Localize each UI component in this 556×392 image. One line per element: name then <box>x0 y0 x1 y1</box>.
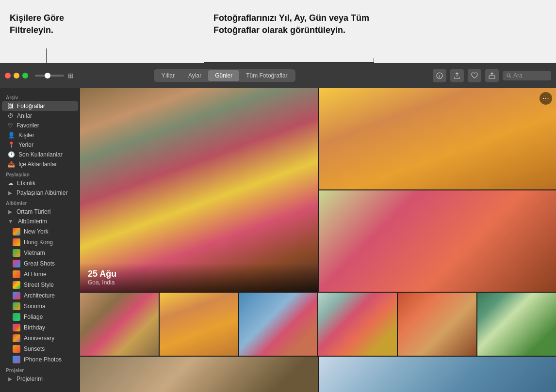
bottom-photo-1[interactable] <box>80 357 318 392</box>
album-thumb-vietnam <box>13 249 20 257</box>
sidebar-item-album-street-style[interactable]: Street Style <box>2 280 78 290</box>
zoom-slider-area: ⊞ <box>35 72 74 79</box>
sidebar-item-album-sonoma[interactable]: Sonoma <box>2 301 78 312</box>
sidebar-item-my-projects[interactable]: ▶ Projelerim <box>2 374 78 384</box>
tab-all-photos[interactable]: Tüm Fotoğraflar <box>239 70 294 81</box>
grid-photo-4[interactable] <box>318 293 397 356</box>
sidebar-item-album-vietnam[interactable]: Vietnam <box>2 248 78 258</box>
side-photo-canvas-1 <box>319 88 556 189</box>
sidebar-item-places[interactable]: 📍 Yerler <box>2 140 78 150</box>
grid-photo-2[interactable] <box>160 293 238 356</box>
annotation-line-left <box>46 48 47 63</box>
sidebar-item-my-albums[interactable]: ▼ Albümlerim <box>2 217 78 226</box>
sidebar-item-album-hong-kong[interactable]: Hong Kong <box>2 237 78 248</box>
main-photo-area: 25 Ağu Goa, India ··· <box>80 88 556 392</box>
album-thumb-anniversary <box>13 334 20 342</box>
bottom-photo-2[interactable] <box>319 357 556 392</box>
bottom-row <box>80 357 556 392</box>
albums-section-title: Albümler <box>0 198 80 207</box>
shared-albums-chevron: ▶ <box>8 189 12 196</box>
bracket-left-tick <box>204 58 204 63</box>
side-photos: ··· <box>319 88 556 292</box>
search-box[interactable] <box>503 71 551 80</box>
sidebar-item-album-at-home[interactable]: At Home <box>2 269 78 280</box>
share-button[interactable] <box>450 69 464 82</box>
media-types-chevron: ▶ <box>8 208 12 215</box>
people-icon: 👤 <box>8 132 15 139</box>
album-thumb-iphone-photos <box>13 356 20 363</box>
sidebar-item-album-foliage[interactable]: Foliage <box>2 312 78 322</box>
annotation-left: Kişilere GöreFiltreleyin. <box>10 7 116 36</box>
search-input[interactable] <box>513 72 547 79</box>
sidebar-item-album-birthday[interactable]: Birthday <box>2 322 78 333</box>
album-thumb-foliage <box>13 313 20 321</box>
traffic-light-minimize[interactable] <box>14 73 19 78</box>
content-area: Arşiv 🖼 Fotoğraflar ⏱ Anılar ♡ Favoriler… <box>0 88 556 392</box>
svg-rect-2 <box>489 76 495 78</box>
info-icon: i <box>436 72 443 79</box>
sidebar-item-album-sunsets[interactable]: Sunsets <box>2 344 78 354</box>
zoom-slider-track[interactable] <box>35 75 64 77</box>
annotation-right: Fotoğraflarınızı Yıl, Ay, Gün veya TümFo… <box>116 7 546 36</box>
sidebar-item-photos[interactable]: 🖼 Fotoğraflar <box>2 101 78 111</box>
featured-location: Goa, India <box>88 279 310 286</box>
toolbar-left: ⊞ <box>5 72 85 79</box>
album-thumb-birthday <box>13 324 20 331</box>
favorite-button[interactable] <box>468 69 481 82</box>
more-button[interactable]: ··· <box>540 92 552 105</box>
annotation-right-text: Fotoğraflarınızı Yıl, Ay, Gün veya TümFo… <box>213 12 546 36</box>
side-photo-1[interactable]: ··· <box>319 88 556 189</box>
sidebar-item-activity[interactable]: ☁ Etkinlik <box>2 178 78 188</box>
grid-photo-3[interactable] <box>239 293 318 356</box>
bracket-right-tick <box>374 58 374 63</box>
album-thumb-new-york <box>13 228 20 235</box>
svg-point-3 <box>507 74 510 77</box>
tab-days[interactable]: Günler <box>208 70 239 81</box>
sidebar-item-shared-albums[interactable]: ▶ Paylaşılan Albümler <box>2 188 78 198</box>
projects-section-title: Projeler <box>0 365 80 374</box>
imports-icon: 📥 <box>8 161 15 168</box>
export-icon <box>489 72 495 79</box>
sidebar-item-people[interactable]: 👤 Kişiler <box>2 130 78 140</box>
info-button[interactable]: i <box>433 69 446 82</box>
archive-section-title: Arşiv <box>0 92 80 101</box>
sidebar-item-album-architecture[interactable]: Architecture <box>2 290 78 301</box>
sidebar-item-media-types[interactable]: ▶ Ortam Türleri <box>2 207 78 217</box>
export-button[interactable] <box>485 69 499 82</box>
traffic-light-close[interactable] <box>5 73 11 78</box>
album-thumb-hong-kong <box>13 238 20 246</box>
shared-section-title: Paylaşılan <box>0 169 80 178</box>
app-window: ⊞ Yıllar Aylar Günler Tüm Fotoğraflar i <box>0 63 556 392</box>
projects-chevron: ▶ <box>8 376 12 382</box>
side-photo-2[interactable] <box>319 190 556 292</box>
grid-photo-1[interactable] <box>80 293 159 356</box>
heart-icon <box>471 72 478 79</box>
sidebar-item-recents[interactable]: 🕐 Son Kullanılanlar <box>2 150 78 159</box>
sidebar-item-memories[interactable]: ⏱ Anılar <box>2 111 78 121</box>
tab-months[interactable]: Aylar <box>181 70 208 81</box>
bracket-line <box>204 62 374 63</box>
grid-row-1 <box>80 293 556 356</box>
featured-photo[interactable]: 25 Ağu Goa, India <box>80 88 318 292</box>
zoom-slider-thumb[interactable] <box>45 73 50 78</box>
toolbar-right: i <box>433 69 551 82</box>
activity-icon: ☁ <box>8 180 14 187</box>
day-row: 25 Ağu Goa, India ··· <box>80 88 556 292</box>
sidebar-item-album-anniversary[interactable]: Anniversary <box>2 333 78 344</box>
sidebar-item-album-iphone-photos[interactable]: iPhone Photos <box>2 354 78 365</box>
sidebar-item-favorites[interactable]: ♡ Favoriler <box>2 121 78 130</box>
grid-photo-5[interactable] <box>398 293 476 356</box>
sidebar-item-album-new-york[interactable]: New York <box>2 226 78 237</box>
sidebar-item-imports[interactable]: 📥 İçe Aktarılanlar <box>2 159 78 169</box>
sidebar-item-album-great-shots[interactable]: Great Shots <box>2 258 78 269</box>
recents-icon: 🕐 <box>8 151 15 158</box>
tab-years[interactable]: Yıllar <box>155 70 181 81</box>
memories-icon: ⏱ <box>8 112 14 119</box>
photo-grid-section: 25 Ağu Goa, India ··· <box>80 88 556 392</box>
featured-photo-canvas <box>80 88 318 292</box>
grid-photo-6[interactable] <box>477 293 556 356</box>
traffic-light-maximize[interactable] <box>22 73 28 78</box>
search-icon <box>507 73 511 78</box>
featured-overlay: 25 Ağu Goa, India <box>80 263 318 292</box>
svg-line-4 <box>509 76 511 78</box>
